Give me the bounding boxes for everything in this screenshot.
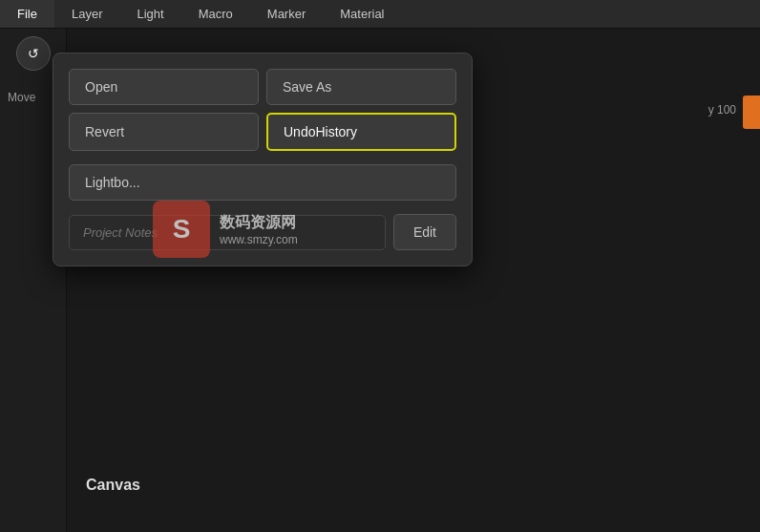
move-label: Move [8,91,35,104]
undo-history-button[interactable]: UndoHistory [266,113,456,151]
y-value-label: y 100 [708,103,736,117]
menu-item-light[interactable]: Light [119,0,180,28]
menu-item-marker[interactable]: Marker [250,0,323,28]
project-notes-row: Edit [69,214,456,250]
revert-button[interactable]: Revert [69,113,259,151]
menu-bar: File Layer Light Macro Marker Material [0,0,760,29]
project-notes-input[interactable] [69,215,386,250]
orange-bar [743,96,760,129]
open-button[interactable]: Open [69,69,259,105]
menu-item-macro[interactable]: Macro [181,0,250,28]
button-grid: Open Save As Revert UndoHistory [69,69,456,151]
menu-item-file[interactable]: File [0,0,54,28]
menu-item-material[interactable]: Material [323,0,401,28]
menu-item-layer[interactable]: Layer [54,0,120,28]
canvas-label: Canvas [86,477,140,494]
file-dropdown: Open Save As Revert UndoHistory Lightbo.… [53,53,473,266]
edit-button[interactable]: Edit [393,214,456,250]
rotate-icon: ↺ [16,36,51,71]
save-as-button[interactable]: Save As [266,69,456,105]
lightbox-button[interactable]: Lightbo... [69,164,456,201]
lightbox-row: Lightbo... [69,164,456,201]
